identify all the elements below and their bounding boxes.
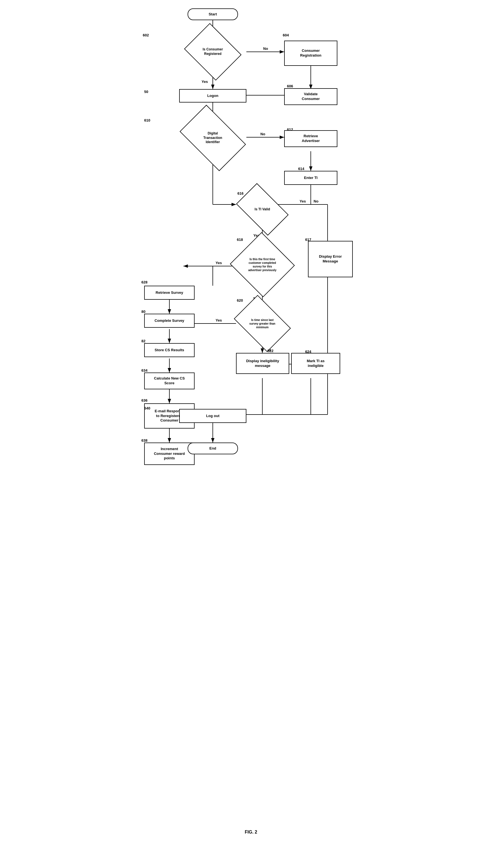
svg-text:No: No [260, 132, 265, 136]
n620-wrapper: Is time since last survey greater than m… [236, 305, 289, 342]
n610-wrapper: Digital Transaction Identifier [179, 118, 247, 158]
ref-602: 602 [143, 33, 149, 37]
svg-text:Yes: Yes [300, 199, 306, 203]
ref-50: 50 [144, 90, 148, 94]
ref-634: 634 [142, 368, 148, 373]
ref-628: 628 [142, 280, 148, 284]
ref-606: 606 [287, 84, 293, 88]
n612-node: Retrieve Advertiser [284, 130, 337, 147]
ref-622: 622 [268, 349, 273, 353]
n616-wrapper: Is TI Valid [236, 193, 289, 226]
ref-638: 638 [142, 438, 148, 443]
n602-wrapper: Is Consumer Registered [182, 32, 243, 71]
n606-node: Validate Consumer [284, 88, 337, 105]
n617-node: Display Error Message [308, 241, 353, 277]
n50-node: Logon [179, 89, 247, 103]
n610-label: Digital Transaction Identifier [179, 118, 247, 158]
ref-604: 604 [283, 33, 289, 37]
n604-node: Consumer Registration [284, 41, 337, 66]
svg-text:Yes: Yes [201, 80, 208, 84]
ref-640: 640 [144, 406, 150, 410]
ref-610: 610 [144, 118, 150, 122]
n618-wrapper: Is this the first time customer complete… [236, 241, 289, 289]
n80-node: Complete Survey [144, 314, 195, 328]
n628-node: Retrieve Survey [144, 286, 195, 300]
svg-text:Yes: Yes [216, 318, 222, 322]
flowchart-diagram: No Yes No Yes [126, 0, 376, 840]
end-node: End [188, 443, 238, 454]
svg-text:Yes: Yes [216, 261, 222, 265]
page: No Yes No Yes [126, 0, 376, 868]
n602-label: Is Consumer Registered [182, 32, 243, 71]
ref-80: 80 [142, 310, 145, 314]
n620-label: Is time since last survey greater than m… [236, 305, 289, 342]
ref-82: 82 [142, 339, 145, 343]
n618-label: Is this the first time customer complete… [236, 241, 289, 289]
ref-636: 636 [142, 398, 148, 403]
n622-node: Display ineligibility message [236, 353, 289, 374]
svg-text:No: No [263, 46, 268, 51]
n624-node: Mark TI as ineligible [291, 353, 340, 374]
n634-node: Calculate New CS Score [144, 373, 195, 389]
n638-node: Increment Consumer reward points [144, 443, 195, 465]
figure-label: FIG. 2 [245, 830, 257, 835]
n82-node: Store CS Results [144, 343, 195, 357]
ref-614: 614 [298, 167, 304, 171]
ref-620: 620 [237, 298, 243, 302]
svg-text:No: No [314, 199, 318, 203]
n616-label: Is TI Valid [236, 193, 289, 226]
n640-node: Log out [179, 409, 247, 423]
start-node: Start [188, 8, 238, 20]
n614-node: Enter TI [284, 171, 337, 185]
